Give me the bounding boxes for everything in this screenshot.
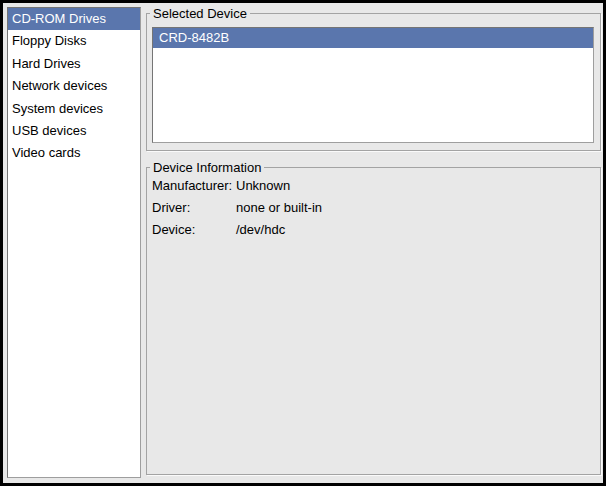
info-value-device: /dev/hdc xyxy=(236,219,322,241)
info-value-driver: none or built-in xyxy=(236,197,322,219)
selected-device-frame-title: Selected Device xyxy=(150,7,250,20)
window-content: CD-ROM DrivesFloppy DisksHard DrivesNetw… xyxy=(3,3,603,483)
info-label-driver: Driver: xyxy=(152,197,236,219)
hardware-browser-window: CD-ROM DrivesFloppy DisksHard DrivesNetw… xyxy=(0,0,606,486)
device-item-crd-8482b[interactable]: CRD-8482B xyxy=(153,28,593,48)
selected-device-list: CRD-8482B xyxy=(152,27,594,143)
device-information-fields: Manufacturer:UnknownDriver:none or built… xyxy=(152,175,322,241)
sidebar-item-floppy-disks[interactable]: Floppy Disks xyxy=(8,30,140,52)
info-value-manufacturer: Unknown xyxy=(236,175,322,197)
device-category-list: CD-ROM DrivesFloppy DisksHard DrivesNetw… xyxy=(7,7,141,478)
device-information-frame-title: Device Information xyxy=(150,161,264,174)
sidebar-item-cd-rom-drives[interactable]: CD-ROM Drives xyxy=(8,8,140,30)
info-label-manufacturer: Manufacturer: xyxy=(152,175,236,197)
sidebar-item-video-cards[interactable]: Video cards xyxy=(8,142,140,164)
sidebar-item-system-devices[interactable]: System devices xyxy=(8,98,140,120)
sidebar-item-network-devices[interactable]: Network devices xyxy=(8,75,140,97)
sidebar-item-usb-devices[interactable]: USB devices xyxy=(8,120,140,142)
sidebar-item-hard-drives[interactable]: Hard Drives xyxy=(8,53,140,75)
info-label-device: Device: xyxy=(152,219,236,241)
